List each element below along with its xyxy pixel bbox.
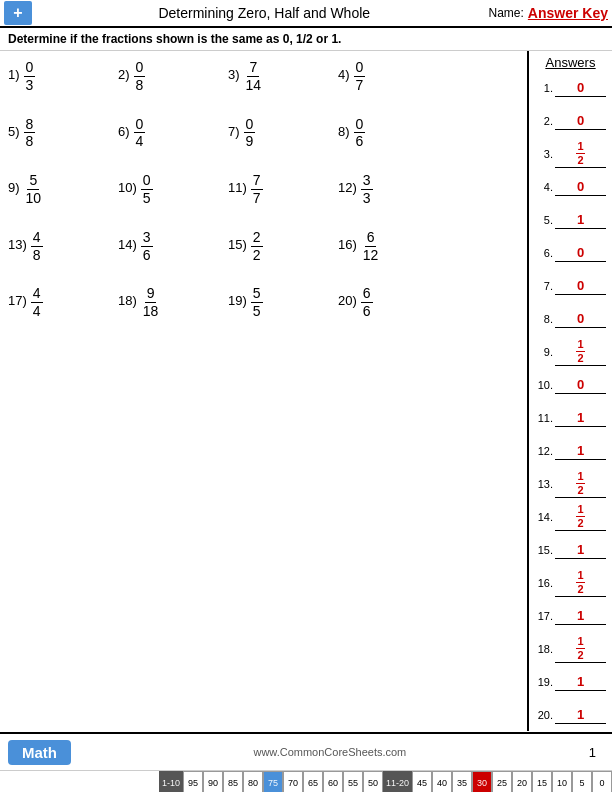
score-cell-2-3: 35 [452, 771, 472, 792]
page-title: Determining Zero, Half and Whole [40, 5, 489, 21]
score-cell-1-6: 70 [283, 771, 303, 792]
problem-cell-4: 4) 0 7 [338, 59, 448, 94]
problem-cell-6: 6) 0 4 [118, 116, 228, 151]
problem-row-1: 1) 0 3 2) 0 8 3) 7 14 [8, 59, 519, 94]
answer-value-5: 1 [555, 212, 606, 229]
problem-cell-9: 9) 5 10 [8, 172, 118, 207]
numerator-19: 5 [251, 285, 263, 303]
answer-value-11: 1 [555, 410, 606, 427]
problem-cell-11: 11) 7 7 [228, 172, 338, 207]
score-section-1: 1-10 95 90 85 80 75 70 65 60 55 50 [159, 771, 383, 792]
score-cell-1-5: 75 [263, 771, 283, 792]
fraction-3: 7 14 [244, 59, 264, 94]
score-cell-1-7: 65 [303, 771, 323, 792]
score-label-2: 11-20 [383, 771, 412, 792]
problem-cell-2: 2) 0 8 [118, 59, 228, 94]
answer-num-3: 3. [535, 148, 553, 160]
denominator-18: 18 [141, 303, 161, 320]
score-cell-1-1: 95 [183, 771, 203, 792]
fraction-16: 6 12 [361, 229, 381, 264]
problem-num-14: 14) [118, 237, 137, 252]
footer-main: Math www.CommonCoreSheets.com 1 [0, 734, 612, 770]
problem-cell-1: 1) 0 3 [8, 59, 118, 94]
denominator-4: 7 [354, 77, 366, 94]
problem-row-2: 5) 8 8 6) 0 4 7) 0 9 [8, 116, 519, 151]
denominator-20: 6 [361, 303, 373, 320]
problem-num-11: 11) [228, 180, 247, 195]
answer-num-8: 8. [535, 313, 553, 325]
answer-value-16: 1 2 [555, 569, 606, 596]
fraction-14: 3 6 [141, 229, 153, 264]
numerator-13: 4 [31, 229, 43, 247]
numerator-12: 3 [361, 172, 373, 190]
answer-num-7: 7. [535, 280, 553, 292]
footer-page: 1 [589, 745, 596, 760]
answer-item-6: 6. 0 [535, 239, 606, 267]
denominator-6: 4 [134, 133, 146, 150]
answer-item-10: 10. 0 [535, 371, 606, 399]
fraction-12: 3 3 [361, 172, 373, 207]
answer-num-18: 18. [535, 643, 553, 655]
denominator-3: 14 [244, 77, 264, 94]
answer-value-4: 0 [555, 179, 606, 196]
answer-value-6: 0 [555, 245, 606, 262]
score-cell-1-9: 55 [343, 771, 363, 792]
numerator-4: 0 [354, 59, 366, 77]
problem-num-13: 13) [8, 237, 27, 252]
problem-num-8: 8) [338, 124, 350, 139]
denominator-17: 4 [31, 303, 43, 320]
fraction-11: 7 7 [251, 172, 263, 207]
numerator-9: 5 [27, 172, 39, 190]
fraction-8: 0 6 [354, 116, 366, 151]
score-section-2: 11-20 45 40 35 30 25 20 15 10 5 0 [383, 771, 612, 792]
footer-url: www.CommonCoreSheets.com [71, 746, 589, 758]
denominator-2: 8 [134, 77, 146, 94]
answer-key-label: Answer Key [528, 5, 608, 21]
problem-cell-12: 12) 3 3 [338, 172, 448, 207]
problem-cell-7: 7) 0 9 [228, 116, 338, 151]
problem-num-5: 5) [8, 124, 20, 139]
score-cell-2-9: 5 [572, 771, 592, 792]
answer-item-12: 12. 1 [535, 437, 606, 465]
math-badge: Math [8, 740, 71, 765]
numerator-11: 7 [251, 172, 263, 190]
answer-item-11: 11. 1 [535, 404, 606, 432]
denominator-13: 8 [31, 247, 43, 264]
problem-cell-15: 15) 2 2 [228, 229, 338, 264]
denominator-5: 8 [24, 133, 36, 150]
numerator-14: 3 [141, 229, 153, 247]
answer-item-20: 20. 1 [535, 701, 606, 729]
score-cell-1-4: 80 [243, 771, 263, 792]
problem-cell-19: 19) 5 5 [228, 285, 338, 320]
problem-cell-10: 10) 0 5 [118, 172, 228, 207]
answer-value-15: 1 [555, 542, 606, 559]
denominator-16: 12 [361, 247, 381, 264]
numerator-2: 0 [134, 59, 146, 77]
answer-item-1: 1. 0 [535, 74, 606, 102]
denominator-15: 2 [251, 247, 263, 264]
answer-value-17: 1 [555, 608, 606, 625]
score-cell-2-4: 30 [472, 771, 492, 792]
score-cell-2-8: 10 [552, 771, 572, 792]
answer-num-14: 14. [535, 511, 553, 523]
logo-icon: + [4, 1, 32, 25]
answer-value-1: 0 [555, 80, 606, 97]
problem-cell-13: 13) 4 8 [8, 229, 118, 264]
answer-value-14: 1 2 [555, 503, 606, 530]
answer-item-15: 15. 1 [535, 536, 606, 564]
answer-value-7: 0 [555, 278, 606, 295]
answer-value-18: 1 2 [555, 635, 606, 662]
numerator-1: 0 [24, 59, 36, 77]
fraction-5: 8 8 [24, 116, 36, 151]
problem-row-5: 17) 4 4 18) 9 18 19) 5 5 [8, 285, 519, 320]
problem-cell-3: 3) 7 14 [228, 59, 338, 94]
fraction-13: 4 8 [31, 229, 43, 264]
problem-num-3: 3) [228, 67, 240, 82]
answer-item-7: 7. 0 [535, 272, 606, 300]
problem-cell-20: 20) 6 6 [338, 285, 448, 320]
problem-num-12: 12) [338, 180, 357, 195]
answer-num-5: 5. [535, 214, 553, 226]
answer-num-2: 2. [535, 115, 553, 127]
answer-value-13: 1 2 [555, 470, 606, 497]
answer-item-3: 3. 1 2 [535, 140, 606, 168]
